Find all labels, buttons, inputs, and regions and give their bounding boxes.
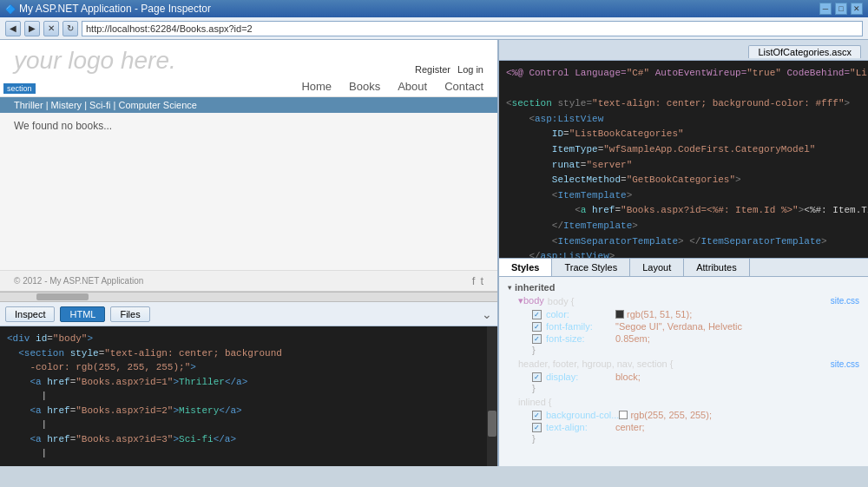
prop-display: display: bbox=[546, 372, 615, 382]
nav-home[interactable]: Home bbox=[301, 80, 332, 93]
refresh-button[interactable]: ↻ bbox=[62, 21, 78, 36]
html-panel-scrollbar[interactable] bbox=[487, 326, 497, 466]
login-link[interactable]: Log in bbox=[457, 64, 483, 75]
right-panel: ListOfCategories.ascx <%@ Control Langua… bbox=[499, 40, 868, 466]
style-rule-font-size: ✓ font-size: 0.85em; bbox=[518, 332, 859, 345]
code-line bbox=[506, 82, 861, 97]
site-css-link-1[interactable]: site.css bbox=[831, 296, 859, 306]
checkbox-color[interactable]: ✓ bbox=[532, 310, 542, 319]
panel-collapse-icon[interactable]: ⌄ bbox=[482, 307, 492, 321]
style-group-inherited: ▾ inherited ▾body body { site.css ✓ colo… bbox=[508, 282, 859, 444]
body-selector-2: body { bbox=[548, 296, 575, 306]
files-tab[interactable]: Files bbox=[110, 306, 149, 322]
body-rule: ▾body body { site.css ✓ color: rgb(51, 5… bbox=[508, 295, 859, 355]
title-bar: 🔷 My ASP.NET Application - Page Inspecto… bbox=[0, 0, 868, 17]
html-line: | bbox=[7, 446, 477, 461]
body-selector: ▾body bbox=[518, 295, 544, 306]
checkbox-fs[interactable]: ✓ bbox=[532, 334, 542, 344]
register-link[interactable]: Register bbox=[415, 64, 450, 75]
color-swatch bbox=[615, 310, 624, 319]
inlined-rule: inlined { ✓ background-col... rgb(255, 2… bbox=[508, 397, 859, 444]
subnav-cs[interactable]: Computer Science bbox=[118, 100, 197, 110]
url-input[interactable] bbox=[82, 21, 863, 36]
code-line: runat="server" bbox=[506, 158, 861, 174]
browser-panel: section your logo here. Register Log in … bbox=[0, 40, 499, 466]
social-icons: f t bbox=[472, 274, 483, 287]
nav-contact[interactable]: Contact bbox=[444, 80, 483, 93]
hgroup-close: } bbox=[518, 383, 859, 393]
styles-tab-trace[interactable]: Trace Styles bbox=[552, 259, 630, 276]
html-line: <a href="Books.aspx?id=4">Computer bbox=[7, 461, 477, 462]
title-text: 🔷 My ASP.NET Application - Page Inspecto… bbox=[5, 3, 211, 15]
style-rule-font-family: ✓ font-family: "Segoe UI", Verdana, Helv… bbox=[518, 320, 859, 332]
code-line: <%@ Control Language="C#" AutoEventWireu… bbox=[506, 66, 861, 82]
code-line: ItemType="wfSampleApp.CodeFirst.Category… bbox=[506, 142, 861, 158]
prop-ff: font-family: bbox=[546, 321, 615, 332]
code-line: </ItemTemplate> bbox=[506, 219, 861, 234]
html-scrollbar-thumb[interactable] bbox=[488, 411, 496, 437]
val-bg: rgb(255, 255, 255); bbox=[630, 410, 712, 420]
app-icon: 🔷 bbox=[5, 4, 16, 14]
site-logo: your logo here. bbox=[14, 47, 483, 75]
address-bar: ◀ ▶ ✕ ↻ bbox=[0, 17, 868, 40]
forward-button[interactable]: ▶ bbox=[24, 21, 40, 36]
checkbox-display[interactable]: ✓ bbox=[532, 372, 542, 382]
site-nav: Home Books About Contact bbox=[14, 75, 483, 96]
checkbox-bg[interactable]: ✓ bbox=[532, 411, 542, 420]
html-line: <a href="Books.aspx?id=1">Thriller</a> bbox=[7, 375, 477, 390]
code-line: <a href="Books.aspx?id=<%#: Item.Id %>">… bbox=[506, 203, 861, 219]
val-fs: 0.85em; bbox=[615, 333, 650, 344]
inherited-label: inherited bbox=[515, 282, 555, 293]
subnav-scifi[interactable]: Sci-fi bbox=[89, 100, 110, 110]
main-container: section your logo here. Register Log in … bbox=[0, 40, 868, 466]
facebook-icon[interactable]: f bbox=[472, 274, 476, 287]
horizontal-scrollbar[interactable] bbox=[0, 292, 497, 302]
html-line: -color: rgb(255, 255, 255);"> bbox=[7, 360, 477, 375]
inlined-close: } bbox=[518, 433, 859, 444]
prop-fs: font-size: bbox=[546, 333, 615, 344]
styles-tab-styles[interactable]: Styles bbox=[499, 259, 552, 276]
inlined-selector: inlined { bbox=[518, 397, 552, 407]
nav-books[interactable]: Books bbox=[349, 80, 380, 93]
styles-tab-attrs[interactable]: Attributes bbox=[684, 259, 749, 276]
twitter-icon[interactable]: t bbox=[480, 274, 483, 287]
site-content: We found no books... bbox=[0, 113, 497, 139]
site-css-link-2[interactable]: site.css bbox=[831, 359, 859, 369]
code-line: </asp:ListView> bbox=[506, 249, 861, 258]
html-tab[interactable]: HTML bbox=[60, 306, 105, 322]
h-scrollbar-thumb[interactable] bbox=[36, 293, 89, 300]
inspect-tab[interactable]: Inspect bbox=[5, 306, 55, 322]
subnav-mistery[interactable]: Mistery bbox=[51, 100, 82, 110]
minimize-button[interactable]: ─ bbox=[819, 3, 832, 15]
checkbox-ta[interactable]: ✓ bbox=[532, 423, 542, 432]
style-rule-display: ✓ display: block; bbox=[518, 371, 859, 383]
html-line: <a href="Books.aspx?id=2">Mistery</a> bbox=[7, 404, 477, 418]
section-badge: section bbox=[3, 83, 36, 94]
website-preview: section your logo here. Register Log in … bbox=[0, 40, 497, 292]
code-line: <ItemSeparatorTemplate> </ItemSeparatorT… bbox=[506, 234, 861, 250]
back-button[interactable]: ◀ bbox=[5, 21, 21, 36]
body-close: } bbox=[518, 345, 859, 355]
code-line: <section style="text-align: center; back… bbox=[506, 96, 861, 112]
close-button[interactable]: ✕ bbox=[851, 3, 863, 15]
val-display: block; bbox=[615, 372, 641, 382]
code-line: <ItemTemplate> bbox=[506, 188, 861, 204]
html-panel: <div id="body"> <section style="text-ali… bbox=[0, 326, 497, 466]
file-tab-bar: ListOfCategories.ascx bbox=[499, 40, 868, 61]
site-header: your logo here. Register Log in Home Boo… bbox=[0, 40, 497, 97]
val-ff: "Segoe UI", Verdana, Helvetic bbox=[615, 321, 742, 332]
inherited-header: ▾ inherited bbox=[508, 282, 859, 293]
nav-about[interactable]: About bbox=[398, 80, 427, 93]
html-line: <a href="Books.aspx?id=3">Sci-fi</a> bbox=[7, 432, 477, 447]
file-tab-categories[interactable]: ListOfCategories.ascx bbox=[748, 45, 861, 58]
stop-button[interactable]: ✕ bbox=[43, 21, 59, 36]
code-viewer: <%@ Control Language="C#" AutoEventWireu… bbox=[499, 61, 868, 258]
collapse-icon[interactable]: ▾ bbox=[508, 284, 511, 292]
html-line: <section style="text-align: center; back… bbox=[7, 346, 477, 361]
checkbox-ff[interactable]: ✓ bbox=[532, 322, 542, 332]
styles-tab-layout[interactable]: Layout bbox=[630, 259, 684, 276]
maximize-button[interactable]: □ bbox=[835, 3, 847, 15]
style-rule-bg: ✓ background-col... rgb(255, 255, 255); bbox=[518, 409, 859, 421]
subnav-thriller[interactable]: Thriller bbox=[14, 100, 43, 110]
site-subnav: Thriller | Mistery | Sci-fi | Computer S… bbox=[0, 97, 497, 113]
